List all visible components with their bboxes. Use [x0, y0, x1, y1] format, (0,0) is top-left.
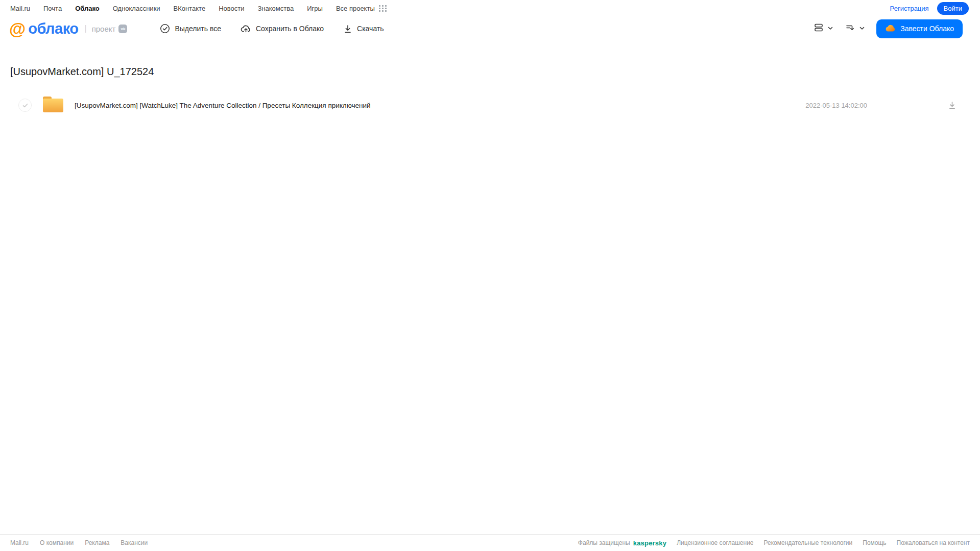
- footer-link-report[interactable]: Пожаловаться на контент: [897, 539, 970, 546]
- footer-link-license[interactable]: Лицензионное соглашение: [677, 539, 753, 546]
- vk-project-label: | проект vk: [85, 24, 128, 33]
- portal-link-mailru[interactable]: Mail.ru: [10, 5, 30, 12]
- portal-link-cloud[interactable]: Облако: [75, 5, 100, 12]
- file-name[interactable]: [UsupovMarket.com] [WatchLuke] The Adven…: [75, 102, 805, 109]
- vk-badge-icon: vk: [118, 25, 127, 33]
- portal-link-dating[interactable]: Знакомства: [257, 5, 294, 12]
- page-footer: Mail.ru О компании Реклама Вакансии Файл…: [0, 534, 980, 551]
- cloud-upload-icon: [241, 23, 251, 34]
- file-row[interactable]: [UsupovMarket.com] [WatchLuke] The Adven…: [10, 93, 970, 117]
- main-content: [UsupovMarket.com] U_172524: [0, 66, 980, 117]
- kaspersky-protection: Файлы защищены kaspersky: [578, 539, 666, 547]
- folder-icon: [42, 95, 64, 115]
- file-modified-date: 2022-05-13 14:02:00: [805, 102, 867, 109]
- download-icon: [343, 24, 352, 34]
- portal-link-odnoklassniki[interactable]: Одноклассники: [113, 5, 160, 12]
- file-toolbar: Выделить все Сохранить в Облако Скачать: [160, 23, 384, 34]
- footer-link-help[interactable]: Помощь: [863, 539, 886, 546]
- file-list: [UsupovMarket.com] [WatchLuke] The Adven…: [10, 93, 970, 117]
- view-mode-icon: [813, 22, 824, 35]
- cloud-logo[interactable]: @ облако | проект vk: [9, 20, 127, 37]
- register-link[interactable]: Регистрация: [890, 5, 929, 12]
- cloud-header: @ облако | проект vk Выделить все: [0, 16, 980, 41]
- view-controls: Завести Облако: [813, 19, 963, 38]
- chevron-down-icon: [827, 24, 833, 33]
- footer-link-mailru[interactable]: Mail.ru: [10, 539, 29, 546]
- mailru-at-icon: @: [9, 20, 26, 37]
- check-circle-icon: [160, 23, 170, 34]
- get-cloud-button[interactable]: Завести Облако: [876, 19, 963, 38]
- portal-link-news[interactable]: Новости: [219, 5, 244, 12]
- select-all-button[interactable]: Выделить все: [160, 23, 221, 34]
- footer-right-links: Файлы защищены kaspersky Лицензионное со…: [578, 539, 970, 547]
- row-download-icon[interactable]: [948, 101, 957, 110]
- portal-link-vkontakte[interactable]: ВКонтакте: [174, 5, 206, 12]
- login-button[interactable]: Войти: [937, 2, 969, 15]
- footer-link-about[interactable]: О компании: [40, 539, 74, 546]
- footer-link-recommendations[interactable]: Рекомендательные технологии: [764, 539, 853, 546]
- kaspersky-logo[interactable]: kaspersky: [633, 539, 666, 547]
- view-mode-dropdown[interactable]: [813, 22, 833, 35]
- orange-cloud-icon: [885, 24, 896, 34]
- logo-separator: |: [85, 24, 87, 33]
- portal-link-all-projects[interactable]: Все проекты: [336, 5, 375, 12]
- portal-link-games[interactable]: Игры: [307, 5, 323, 12]
- sort-order-dropdown[interactable]: [845, 22, 865, 35]
- save-to-cloud-button[interactable]: Сохранить в Облако: [241, 23, 324, 34]
- download-button[interactable]: Скачать: [343, 24, 384, 34]
- footer-left-links: Mail.ru О компании Реклама Вакансии: [10, 539, 148, 546]
- footer-link-ads[interactable]: Реклама: [85, 539, 109, 546]
- footer-link-jobs[interactable]: Вакансии: [121, 539, 148, 546]
- row-checkbox[interactable]: [18, 99, 32, 112]
- portal-links: Mail.ru Почта Облако Одноклассники ВКонт…: [10, 5, 375, 12]
- cloud-logo-text: облако: [28, 21, 78, 36]
- page-title: [UsupovMarket.com] U_172524: [10, 66, 970, 78]
- portal-link-mail[interactable]: Почта: [43, 5, 62, 12]
- all-projects-grid-icon[interactable]: [379, 5, 387, 12]
- chevron-down-icon: [859, 24, 865, 33]
- portal-topbar: Mail.ru Почта Облако Одноклассники ВКонт…: [0, 0, 980, 16]
- sort-order-icon: [845, 22, 856, 35]
